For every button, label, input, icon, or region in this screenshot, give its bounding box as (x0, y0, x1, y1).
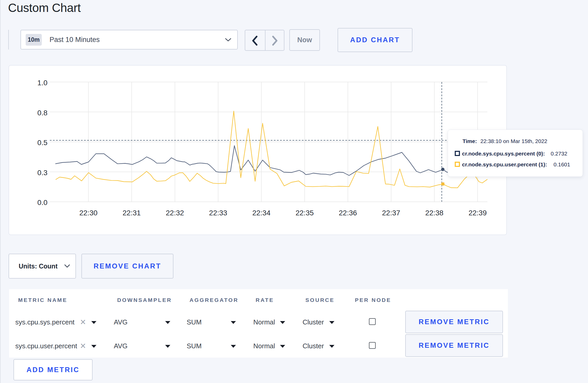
svg-text:22:37: 22:37 (382, 209, 400, 217)
svg-text:0.0: 0.0 (37, 198, 47, 207)
svg-text:22:39: 22:39 (468, 209, 487, 217)
svg-text:0.3: 0.3 (37, 169, 47, 177)
svg-text:0.8: 0.8 (37, 109, 47, 117)
svg-text:22:32: 22:32 (166, 209, 184, 217)
svg-text:22:35: 22:35 (296, 209, 314, 217)
svg-text:22:34: 22:34 (252, 209, 270, 217)
svg-text:22:30: 22:30 (79, 209, 97, 217)
svg-text:0.5: 0.5 (37, 139, 47, 147)
svg-text:22:31: 22:31 (123, 209, 141, 217)
svg-text:22:33: 22:33 (209, 209, 227, 217)
svg-text:22:36: 22:36 (339, 209, 357, 217)
svg-text:1.0: 1.0 (37, 79, 47, 87)
svg-text:22:38: 22:38 (425, 209, 443, 217)
